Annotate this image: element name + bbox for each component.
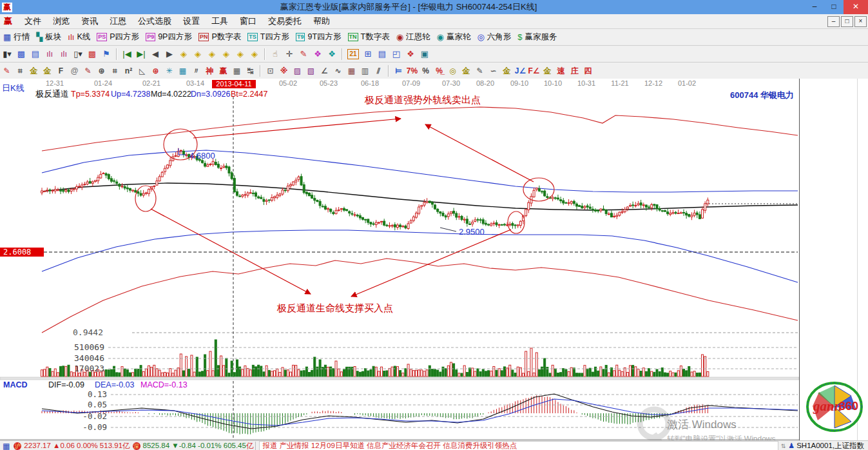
percent-line-icon[interactable]: %̲ <box>432 64 446 77</box>
nav-last-icon[interactable]: ▶| <box>134 48 148 61</box>
star-burst-icon[interactable]: ✳ <box>162 64 176 77</box>
four-angle-icon[interactable]: 四∠ <box>581 64 595 77</box>
pattern-red-icon[interactable]: ▩ <box>85 48 99 61</box>
wave-tool-icon[interactable]: ∽ <box>487 64 500 77</box>
draw-pen-2-icon[interactable]: ✎ <box>81 64 95 77</box>
t-square-button[interactable]: TST四方形 <box>244 30 293 44</box>
zigzag-icon[interactable]: ∿ <box>331 64 345 77</box>
tool-magenta-icon[interactable]: ❖ <box>311 48 325 61</box>
percent-7-icon[interactable]: 7% <box>405 64 419 77</box>
spiral-icon[interactable]: @ <box>68 64 81 77</box>
remote-pc-icon[interactable]: ▣ <box>418 48 432 61</box>
fan-box-2-icon[interactable]: ▧ <box>304 64 318 77</box>
angle-ruler-icon[interactable]: ◺ <box>135 64 149 77</box>
j-angle-icon[interactable]: J∠ <box>514 64 527 77</box>
pattern-view-icon[interactable]: ▩ <box>14 48 28 61</box>
f-angle-icon[interactable]: F∠ <box>527 64 541 77</box>
network-icon[interactable]: ❖ <box>403 48 418 61</box>
gann-diamond-1-icon[interactable]: ◈ <box>177 48 191 61</box>
fan-box-1-icon[interactable]: ▨ <box>291 64 304 77</box>
gold-angle-icon[interactable]: 金∠ <box>541 64 554 77</box>
menu-item-formula-pick[interactable]: 公式选股 <box>132 14 177 28</box>
ying-tool-icon[interactable]: 赢 <box>217 64 230 77</box>
gann-diamond-6-icon[interactable]: ◈ <box>247 48 262 61</box>
menu-item-help[interactable]: 帮助 <box>307 14 336 28</box>
percent-icon[interactable]: % <box>419 64 432 77</box>
span-arrows-icon[interactable]: ↹ <box>244 64 257 77</box>
gann-box-icon[interactable]: ⊨ <box>392 64 405 77</box>
grid-teal-icon[interactable]: ▦ <box>176 64 189 77</box>
chart-area[interactable]: 12-3101-2402-2103-1405-0205-2306-1807-09… <box>0 79 799 440</box>
mdi-minimize-button[interactable]: – <box>827 16 840 27</box>
gann-diamond-4-icon[interactable]: ◈ <box>219 48 233 61</box>
menu-item-settings[interactable]: 设置 <box>177 14 206 28</box>
mdi-restore-button[interactable]: □ <box>841 16 853 27</box>
9t-square-button[interactable]: T99T四方形 <box>293 30 345 44</box>
candle-style-icon[interactable]: ▯▾ <box>71 48 85 61</box>
target-red-icon[interactable]: ⊕ <box>149 64 162 77</box>
circle-cross-icon[interactable]: ⊕ <box>95 64 108 77</box>
gold-line-icon[interactable]: 金 <box>459 64 473 77</box>
grid-f-icon[interactable]: F <box>54 64 68 77</box>
menu-item-news[interactable]: 资讯 <box>75 14 104 28</box>
9p-square-button[interactable]: P99P四方形 <box>142 30 195 44</box>
fan-lines-icon[interactable]: ※ <box>277 64 291 77</box>
pen-tool-icon[interactable]: ✎ <box>296 48 311 61</box>
slant-lines-icon[interactable]: ⫽ <box>372 64 385 77</box>
winner-wheel-button[interactable]: ◉赢家轮 <box>434 30 474 44</box>
minute-3-icon[interactable]: ılı <box>43 48 57 61</box>
quotes-button[interactable]: ▦行情 <box>0 30 33 44</box>
quote-grid-icon[interactable]: ▦ <box>3 442 10 450</box>
kline-button[interactable]: ılıK线 <box>64 30 93 44</box>
minimize-button[interactable]: – <box>805 0 824 14</box>
hexagon-button[interactable]: ◎六角形 <box>474 30 514 44</box>
menu-item-file[interactable]: 文件 <box>19 14 47 28</box>
p-number-table-button[interactable]: PNP数字表 <box>195 30 244 44</box>
kline-chart[interactable]: 12-3101-2402-2103-1405-0205-2306-1807-09… <box>0 79 799 440</box>
menu-item-trade-order[interactable]: 交易委托 <box>262 14 307 28</box>
grid-plain-icon[interactable]: ⌗ <box>14 64 27 77</box>
period-selector-icon[interactable]: ▮▾ <box>0 48 14 61</box>
restore-button[interactable]: □ <box>824 0 844 14</box>
index-status-label[interactable]: ♟SH1A0001,上证指数 <box>787 441 868 450</box>
speed-angle-icon[interactable]: 速∠ <box>554 64 568 77</box>
shenzhen-index-quote[interactable]: 8525.84 ▼-0.84 -0.01% 605.45亿 <box>143 441 254 450</box>
angle-line-icon[interactable]: ∠ <box>318 64 331 77</box>
notebook-icon[interactable]: ▤ <box>375 48 389 61</box>
menu-item-gann[interactable]: 江恩 <box>104 14 132 28</box>
gold-circle-icon[interactable]: ◎ <box>446 64 459 77</box>
nav-first-icon[interactable]: |◀ <box>120 48 134 61</box>
shanghai-index-quote[interactable]: 2237.17 ▲0.06 0.00% 513.91亿 <box>24 441 130 450</box>
grid-123-icon[interactable]: ▦ <box>230 64 244 77</box>
grid-red-icon[interactable]: ▦ <box>345 64 358 77</box>
gold-tool-icon[interactable]: 金 <box>500 64 514 77</box>
nav-prev-icon[interactable]: ◀ <box>148 48 162 61</box>
shen-tool-icon[interactable]: 神 <box>203 64 217 77</box>
zhuang-angle-icon[interactable]: 庄∠ <box>568 64 581 77</box>
nav-next-icon[interactable]: ▶ <box>162 48 177 61</box>
mdi-close-button[interactable]: × <box>854 16 867 27</box>
gann-diamond-2-icon[interactable]: ◈ <box>191 48 205 61</box>
crosshair-tool-icon[interactable]: ✛ <box>282 48 296 61</box>
hand-tool-icon[interactable]: ☝ <box>268 48 282 61</box>
sectors-button[interactable]: ▚板块 <box>33 30 64 44</box>
grid-gold-2-icon[interactable]: 金 <box>41 64 54 77</box>
n-square-icon[interactable]: n² <box>122 64 135 77</box>
tool-cyan-icon[interactable]: ❖ <box>325 48 339 61</box>
ticker-scroll-control[interactable]: ⇅ <box>781 443 786 449</box>
winner-service-button[interactable]: $赢家服务 <box>514 30 560 44</box>
gann-diamond-3-icon[interactable]: ◈ <box>205 48 219 61</box>
sort-flag-icon[interactable]: ⚑ <box>99 48 113 61</box>
news-ticker[interactable]: 报道 产业情报 12月09日早知道 信息产业经济年会召开 信息消费升级引领热点 <box>259 441 778 450</box>
pen-dark-icon[interactable]: ✎ <box>473 64 487 77</box>
draw-pen-icon[interactable]: ✎ <box>0 64 14 77</box>
grid-dense-icon[interactable]: ⌗ <box>108 64 122 77</box>
close-button[interactable]: ✕ <box>844 0 868 14</box>
calculator-icon[interactable]: ⊞ <box>361 48 375 61</box>
p-square-button[interactable]: PSP四方形 <box>93 30 142 44</box>
gann-wheel-button[interactable]: ◉江恩轮 <box>393 30 434 44</box>
minute-9-icon[interactable]: ılı <box>57 48 71 61</box>
save-icon[interactable]: ◰ <box>389 48 403 61</box>
grid-dark-icon[interactable]: ▥ <box>358 64 372 77</box>
grid-gold-1-icon[interactable]: 金 <box>27 64 41 77</box>
